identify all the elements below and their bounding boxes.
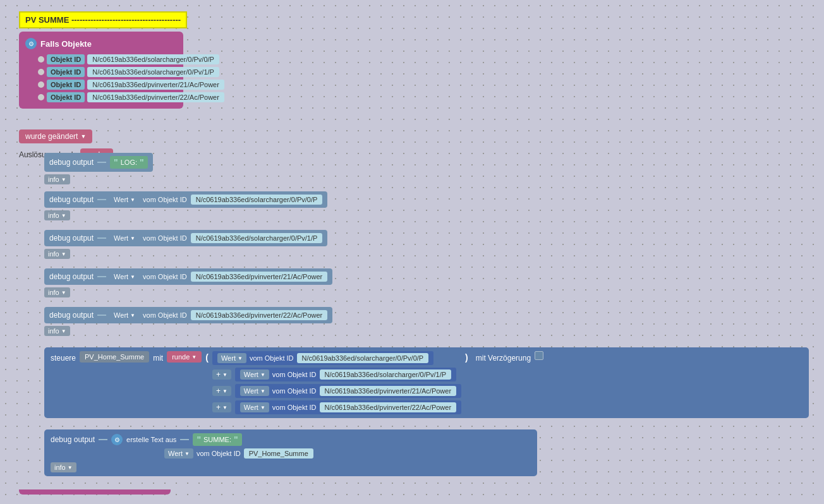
log-tag: " LOG: " — [110, 156, 148, 169]
steuere-value-badge-2: N/c0619ab336ed/solarcharger/0/Pv/1/P — [320, 369, 452, 380]
steuere-value-badge-1: N/c0619ab336ed/solarcharger/0/Pv/0/P — [297, 353, 429, 363]
info-button-5[interactable]: info — [44, 326, 70, 336]
value-row-inner-3: Wert vom Objekt ID N/c0619ab336ed/pvinve… — [235, 384, 461, 398]
value-row-inner-1: Wert vom Objekt ID N/c0619ab336ed/solarc… — [212, 351, 433, 365]
verzogerung-checkbox[interactable] — [535, 351, 543, 360]
plus-button-3[interactable]: + — [212, 386, 231, 396]
mit-label: mit — [153, 351, 163, 363]
debug-output-label-bottom: debug output — [51, 435, 95, 444]
gear-icon: ⚙ — [25, 38, 37, 49]
value-badge-bottom: PV_Home_Summe — [244, 448, 313, 459]
vom-label-5: vom Objekt ID — [143, 311, 187, 319]
objekt-rows: Objekt ID N/c0619ab336ed/solarcharger/0/… — [38, 54, 177, 102]
wert-button-2[interactable]: Wert — [110, 195, 139, 205]
steuere-vom-label-4: vom Objekt ID — [272, 404, 317, 411]
objekt-id-label-2: Objekt ID — [47, 67, 85, 77]
connector-line-5 — [97, 315, 106, 316]
steuere-value-row-3: + Wert vom Objekt ID N/c0619ab336ed/pvin… — [212, 384, 461, 398]
steuere-value-badge-3: N/c0619ab336ed/pvinverter/21/Ac/Power — [320, 386, 457, 396]
wert-button-5[interactable]: Wert — [110, 310, 139, 320]
left-quote-1: " — [114, 157, 118, 167]
objekt-value-4: N/c0619ab336ed/pvinverter/22/Ac/Power — [87, 92, 224, 102]
connector-dot-1 — [38, 56, 44, 63]
bracket-open: ( — [205, 351, 209, 363]
connector-line-1 — [97, 162, 106, 163]
vom-label-2: vom Objekt ID — [143, 196, 187, 203]
objekt-row-1: Objekt ID N/c0619ab336ed/solarcharger/0/… — [38, 54, 177, 64]
steuere-vom-label-2: vom Objekt ID — [272, 371, 317, 378]
steuere-wert-button-2[interactable]: Wert — [240, 369, 269, 380]
objekt-value-3: N/c0619ab336ed/pvinverter/21/Ac/Power — [87, 80, 224, 90]
debug-block-5: debug output Wert vom Objekt ID N/c0619a… — [44, 307, 332, 323]
debug-group-3: debug output Wert vom Objekt ID N/c0619a… — [44, 230, 327, 259]
debug-group-5: debug output Wert vom Objekt ID N/c0619a… — [44, 307, 332, 336]
debug-group-4: debug output Wert vom Objekt ID N/c0619a… — [44, 268, 332, 297]
runde-button[interactable]: runde — [167, 351, 202, 363]
debug-output-label-1: debug output — [49, 158, 94, 167]
main-container: PV SUMME -------------------------------… — [6, 6, 815, 498]
objekt-id-label-3: Objekt ID — [47, 80, 85, 90]
left-quote-bottom: " — [197, 435, 201, 445]
steuere-value-row-1: Wert vom Objekt ID N/c0619ab336ed/solarc… — [212, 351, 461, 365]
gear-icon-bottom: ⚙ — [111, 434, 123, 445]
info-button-3[interactable]: info — [44, 249, 70, 259]
objekt-row-4: Objekt ID N/c0619ab336ed/pvinverter/22/A… — [38, 92, 177, 102]
debug-block-2: debug output Wert vom Objekt ID N/c0619a… — [44, 191, 327, 208]
connector-line-bottom — [99, 439, 107, 440]
debug-bottom-block: debug output ⚙ erstelle Text aus " SUMME… — [44, 429, 537, 476]
debug-bottom-row1: debug output ⚙ erstelle Text aus " SUMME… — [51, 433, 531, 446]
title-block: PV SUMME -------------------------------… — [19, 11, 187, 28]
objekt-row-2: Objekt ID N/c0619ab336ed/solarcharger/0/… — [38, 67, 177, 77]
purple-footer — [19, 489, 171, 495]
info-button-1[interactable]: info — [44, 174, 70, 184]
connector-line-3 — [97, 237, 106, 239]
info-button-4[interactable]: info — [44, 287, 70, 297]
debug-output-label-3: debug output — [49, 234, 94, 243]
steuere-value-badge-4: N/c0619ab336ed/pvinverter/22/Ac/Power — [320, 402, 457, 412]
erstelle-label: erstelle Text aus — [126, 436, 176, 443]
info-button-2[interactable]: info — [44, 210, 70, 220]
steuere-vom-label-3: vom Objekt ID — [272, 387, 317, 395]
log-text: LOG: — [121, 159, 137, 166]
debug-group-1: debug output " LOG: " info — [44, 153, 153, 184]
steuere-values: Wert vom Objekt ID N/c0619ab336ed/solarc… — [212, 351, 461, 414]
wert-button-bottom[interactable]: Wert — [164, 448, 193, 459]
right-quote-1: " — [140, 157, 144, 167]
steuere-wert-button-1[interactable]: Wert — [217, 353, 246, 363]
value-badge-3: N/c0619ab336ed/solarcharger/0/Pv/1/P — [191, 233, 323, 243]
connector-dot-2 — [38, 69, 44, 75]
debug-block-1: debug output " LOG: " — [44, 153, 153, 172]
vom-label-3: vom Objekt ID — [143, 234, 187, 242]
steuere-wert-button-3[interactable]: Wert — [240, 386, 269, 396]
vom-label-bottom: vom Objekt ID — [197, 450, 241, 457]
summe-text: SUMME: — [203, 436, 231, 443]
falls-objekte-row: ⚙ Falls Objekte — [25, 38, 177, 49]
objekt-value-1: N/c0619ab336ed/solarcharger/0/Pv/0/P — [87, 54, 219, 64]
summe-tag: " SUMME: " — [193, 433, 241, 446]
connector-line-2 — [97, 199, 106, 200]
pv-home-summe-button[interactable]: PV_Home_Summe — [80, 351, 149, 363]
debug-output-label-2: debug output — [49, 195, 94, 204]
connector-dot-4 — [38, 94, 44, 100]
plus-button-2[interactable]: + — [212, 369, 231, 380]
steuere-wert-button-4[interactable]: Wert — [240, 402, 269, 412]
info-button-bottom[interactable]: info — [51, 462, 76, 472]
steuere-vom-label-1: vom Objekt ID — [250, 354, 294, 362]
connector-dot-3 — [38, 81, 44, 88]
wert-button-3[interactable]: Wert — [110, 233, 139, 243]
plus-button-4[interactable]: + — [212, 402, 231, 412]
value-row-inner-4: Wert vom Objekt ID N/c0619ab336ed/pvinve… — [235, 400, 461, 414]
wurde-geandert-button[interactable]: wurde geändert — [19, 129, 92, 143]
wert-button-4[interactable]: Wert — [110, 272, 139, 282]
connector-line-4 — [97, 276, 106, 277]
steuere-value-row-4: + Wert vom Objekt ID N/c0619ab336ed/pvin… — [212, 400, 461, 414]
value-badge-5: N/c0619ab336ed/pvinverter/22/Ac/Power — [191, 310, 328, 320]
mit-verzogerung-label: mit Verzögerung — [476, 351, 531, 363]
debug-bottom-row2: Wert vom Objekt ID PV_Home_Summe — [164, 448, 531, 459]
steuere-label: steuere — [51, 351, 76, 363]
debug-group-2: debug output Wert vom Objekt ID N/c0619a… — [44, 191, 327, 220]
connector-line-bottom-2 — [180, 439, 189, 440]
objekt-value-2: N/c0619ab336ed/solarcharger/0/Pv/1/P — [87, 67, 219, 77]
purple-block: ⚙ Falls Objekte Objekt ID N/c0619ab336ed… — [19, 32, 183, 109]
objekt-id-label-4: Objekt ID — [47, 92, 85, 102]
